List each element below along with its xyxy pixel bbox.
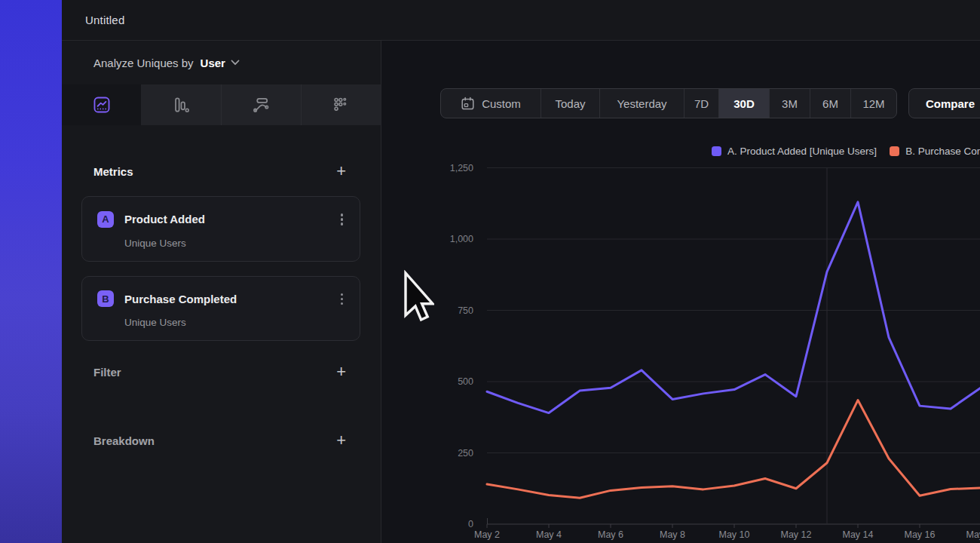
analyze-by-row: Analyze Uniques by User: [62, 41, 381, 84]
legend-label-b: B. Purchase Completed [Unique Users]: [905, 146, 980, 157]
metrics-title: Metrics: [93, 165, 133, 178]
range-custom[interactable]: Custom: [441, 89, 541, 118]
tab-line-chart[interactable]: [62, 84, 141, 125]
y-axis-label: 1,250: [450, 163, 473, 173]
metric-name: Product Added: [124, 213, 205, 225]
x-axis-label: May 18: [966, 529, 980, 540]
tab-bar-chart[interactable]: [141, 84, 220, 125]
series-line-b[interactable]: [487, 400, 980, 499]
breakdown-section-header: Breakdown +: [62, 431, 381, 450]
range-12m-label: 12M: [862, 97, 884, 110]
x-axis-label: May 2: [474, 529, 500, 540]
x-axis-label: May 6: [598, 529, 623, 540]
metrics-section-header: Metrics +: [62, 161, 381, 181]
metric-options-button[interactable]: [338, 210, 347, 229]
x-axis-label: May 16: [905, 529, 936, 540]
add-filter-button[interactable]: +: [336, 364, 346, 379]
x-axis-label: May 14: [843, 529, 874, 540]
metric-card-b-top: B Purchase Completed: [97, 290, 346, 308]
chart-legend: A. Product Added [Unique Users] B. Purch…: [712, 146, 980, 157]
range-7d-label: 7D: [694, 97, 709, 110]
metric-name: Purchase Completed: [124, 293, 237, 305]
metric-measure[interactable]: Unique Users: [124, 238, 346, 249]
breakdown-title: Breakdown: [93, 434, 155, 447]
range-30d[interactable]: 30D: [718, 89, 769, 118]
y-axis-label: 1,000: [450, 234, 473, 244]
dots-grid-icon: [331, 95, 351, 115]
y-axis-label: 500: [458, 376, 473, 387]
bar-chart-icon: [171, 95, 191, 115]
range-3m-label: 3M: [782, 97, 798, 110]
app-window: Untitled Analyze Uniques by User: [0, 0, 980, 543]
compare-button[interactable]: Compare: [908, 88, 980, 118]
add-breakdown-button[interactable]: +: [336, 433, 346, 448]
tab-dots-grid[interactable]: [301, 84, 381, 125]
range-3m[interactable]: 3M: [769, 89, 810, 118]
range-yesterday-label: Yesterday: [617, 97, 666, 110]
x-axis-label: May 12: [781, 529, 812, 540]
range-6m-label: 6M: [822, 97, 838, 110]
query-builder-sidebar: Analyze Uniques by User: [62, 41, 381, 543]
metric-cards: A Product Added Unique Users B Purchase …: [62, 196, 381, 341]
analyze-by-value: User: [201, 57, 225, 69]
range-yesterday[interactable]: Yesterday: [599, 89, 684, 118]
range-today-label: Today: [555, 97, 585, 110]
legend-item-b[interactable]: B. Purchase Completed [Unique Users]: [890, 146, 980, 157]
range-7d[interactable]: 7D: [684, 89, 718, 118]
legend-item-a[interactable]: A. Product Added [Unique Users]: [712, 146, 877, 157]
metric-badge-a: A: [97, 211, 114, 228]
metric-card-a-top: A Product Added: [97, 210, 346, 229]
chart-panel: 02505007501,0001,250May 2May 4May 6May 8…: [381, 41, 980, 543]
flows-icon: [251, 95, 271, 115]
range-6m[interactable]: 6M: [810, 89, 850, 118]
chart-type-tabs: [62, 84, 381, 125]
range-30d-label: 30D: [733, 97, 755, 110]
metric-card-b[interactable]: B Purchase Completed Unique Users: [81, 276, 360, 342]
tab-flows[interactable]: [221, 84, 301, 125]
filter-title: Filter: [93, 366, 121, 379]
y-axis-label: 750: [458, 305, 473, 316]
add-metric-button[interactable]: +: [336, 164, 346, 179]
page-title: Untitled: [85, 14, 124, 26]
x-axis-label: May 10: [719, 529, 750, 540]
x-axis-label: May 4: [536, 529, 562, 540]
filter-section-header: Filter +: [62, 362, 381, 382]
x-axis-label: May 8: [660, 529, 685, 540]
range-today[interactable]: Today: [541, 89, 599, 118]
y-axis-label: 0: [468, 519, 473, 529]
line-chart-icon: [92, 95, 112, 115]
left-gradient-strip: [0, 0, 62, 543]
date-range-control: Custom Today Yesterday 7D 30D 3M 6M 12M: [440, 88, 897, 118]
date-range-toolbar: Custom Today Yesterday 7D 30D 3M 6M 12M …: [440, 88, 980, 118]
calendar-icon: [461, 97, 475, 111]
legend-label-a: A. Product Added [Unique Users]: [727, 146, 877, 157]
range-custom-label: Custom: [482, 97, 521, 110]
range-12m[interactable]: 12M: [850, 89, 896, 118]
analyze-by-label: Analyze Uniques by: [93, 57, 194, 69]
analyze-by-dropdown[interactable]: User: [201, 57, 240, 69]
chevron-down-icon: [231, 60, 240, 66]
app-header: Untitled: [62, 0, 980, 41]
metric-badge-b: B: [97, 290, 114, 307]
y-axis-label: 250: [458, 448, 473, 459]
legend-swatch-b: [890, 146, 899, 156]
legend-swatch-a: [712, 146, 721, 156]
metric-options-button[interactable]: [338, 290, 347, 308]
metric-card-a[interactable]: A Product Added Unique Users: [81, 196, 360, 262]
metric-measure[interactable]: Unique Users: [124, 317, 346, 328]
